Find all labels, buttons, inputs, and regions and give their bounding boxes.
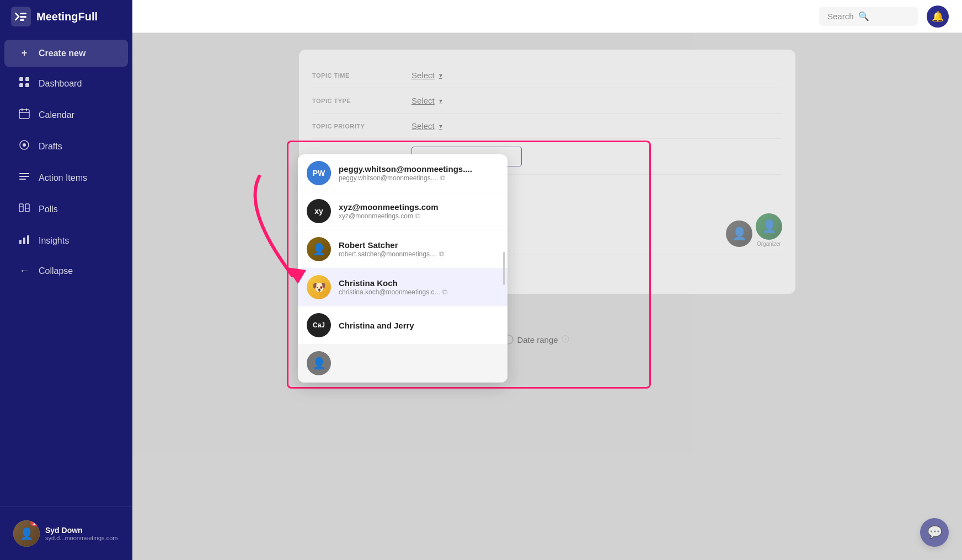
sidebar-nav: + Create new Dashboard xyxy=(0,33,132,507)
app-logo: MeetingFull xyxy=(0,0,132,33)
user-info: Syd Down syd.d...moonmeetings.com xyxy=(45,526,117,541)
avatar-more: 👤 xyxy=(307,351,331,375)
avatar-peggy: PW xyxy=(307,161,331,185)
sidebar-item-action-items[interactable]: Action Items xyxy=(4,163,128,192)
sidebar-item-label: Insights xyxy=(39,236,69,246)
dropdown-item-xyz[interactable]: xy xyz@moonmeetings.com xyz@moonmeetings… xyxy=(298,192,507,230)
plus-icon: + xyxy=(18,47,31,59)
svg-rect-21 xyxy=(19,240,22,244)
sidebar-item-calendar[interactable]: Calendar xyxy=(4,100,128,130)
svg-rect-22 xyxy=(23,238,25,244)
sidebar: MeetingFull + Create new Dashboard xyxy=(0,0,132,560)
attendee-avatars: 👤 👤 Organizer xyxy=(726,213,782,247)
sidebar-item-dashboard[interactable]: Dashboard xyxy=(4,69,128,98)
user-profile[interactable]: 👤 19 Syd Down syd.d...moonmeetings.com xyxy=(9,516,124,551)
svg-rect-23 xyxy=(27,235,29,244)
dropdown-item-christina-j[interactable]: CaJ Christina and Jerry xyxy=(298,306,507,344)
item-email-christina-k: christina.koch@moonmeetings.c... ⧉ xyxy=(339,288,499,297)
item-name-robert: Robert Satcher xyxy=(339,240,499,250)
topic-priority-label: TOPIC PRIORITY xyxy=(312,123,411,130)
copy-icon[interactable]: ⧉ xyxy=(440,174,445,182)
sidebar-item-insights[interactable]: Insights xyxy=(4,226,128,255)
item-info-robert: Robert Satcher robert.satcher@moonmeetin… xyxy=(339,240,499,259)
calendar-icon xyxy=(18,108,31,122)
item-info-peggy: peggy.whitson@moonmeetings.... peggy.whi… xyxy=(339,164,499,182)
svg-rect-7 xyxy=(25,83,29,87)
sidebar-item-drafts[interactable]: Drafts xyxy=(4,132,128,161)
sidebar-item-polls[interactable]: Polls xyxy=(4,195,128,224)
help-icon: ⓘ xyxy=(562,335,569,344)
dashboard-icon xyxy=(18,77,31,90)
dropdown-item-peggy[interactable]: PW peggy.whitson@moonmeetings.... peggy.… xyxy=(298,154,507,192)
sidebar-item-label: Polls xyxy=(39,204,58,214)
attendee-1: 👤 xyxy=(726,220,752,247)
drafts-icon xyxy=(18,139,31,153)
item-email-peggy: peggy.whitson@moonmeetings.... ⧉ xyxy=(339,174,499,182)
chat-button[interactable]: 💬 xyxy=(920,518,949,547)
item-name-christina-j: Christina and Jerry xyxy=(339,321,499,330)
topic-type-value: Select xyxy=(411,96,435,105)
svg-rect-6 xyxy=(19,83,23,87)
main-content: Search 🔍 🔔 TOPIC TIME Select ▾ xyxy=(132,0,962,560)
chat-icon: 💬 xyxy=(927,525,942,540)
organizer-label: Organizer xyxy=(757,241,781,247)
app-name: MeetingFull xyxy=(36,10,98,23)
avatar-xyz: xy xyxy=(307,199,331,223)
collapse-icon: ← xyxy=(18,265,31,277)
sidebar-item-label: Calendar xyxy=(39,110,74,120)
svg-rect-5 xyxy=(25,77,29,81)
search-label: Search xyxy=(827,12,854,21)
dropdown-item-robert[interactable]: 👤 Robert Satcher robert.satcher@moonmeet… xyxy=(298,230,507,268)
svg-text:PW: PW xyxy=(313,169,325,177)
topic-type-select[interactable]: Select ▾ xyxy=(411,96,442,105)
sidebar-item-label: Create new xyxy=(39,49,85,58)
sidebar-item-collapse[interactable]: ← Collapse xyxy=(4,257,128,284)
item-name-christina-k: Christina Koch xyxy=(339,278,499,288)
svg-rect-4 xyxy=(19,77,23,81)
dropdown-item-christina-k[interactable]: 🐶 Christina Koch christina.koch@moonmeet… xyxy=(298,268,507,306)
search-icon: 🔍 xyxy=(858,11,869,21)
avatar-christina-k: 🐶 xyxy=(307,275,331,299)
date-range-option[interactable]: Date range ⓘ xyxy=(504,335,569,344)
chevron-down-icon: ▾ xyxy=(439,97,442,105)
copy-icon[interactable]: ⧉ xyxy=(415,212,420,220)
topic-time-select[interactable]: Select ▾ xyxy=(411,71,442,80)
sidebar-item-label: Action Items xyxy=(39,173,87,183)
dropdown-item-more[interactable]: 👤 xyxy=(298,344,507,383)
topic-time-row: TOPIC TIME Select ▾ xyxy=(312,63,782,88)
svg-rect-1 xyxy=(20,13,26,14)
topic-priority-control: Select ▾ xyxy=(411,121,782,131)
copy-icon[interactable]: ⧉ xyxy=(439,250,444,259)
polls-icon xyxy=(18,202,31,216)
svg-point-13 xyxy=(23,143,26,147)
svg-rect-3 xyxy=(20,19,24,21)
search-box[interactable]: Search 🔍 xyxy=(819,7,918,26)
bell-icon: 🔔 xyxy=(932,10,944,23)
sidebar-item-create-new[interactable]: + Create new xyxy=(4,40,128,67)
topic-type-control: Select ▾ xyxy=(411,96,782,105)
item-info-xyz: xyz@moonmeetings.com xyz@moonmeetings.co… xyxy=(339,202,499,220)
logo-icon xyxy=(11,7,31,26)
svg-rect-2 xyxy=(20,16,26,18)
avatar-christina-j: CaJ xyxy=(307,313,331,337)
svg-rect-8 xyxy=(19,110,29,119)
topic-time-control: Select ▾ xyxy=(411,71,782,80)
sidebar-item-label: Collapse xyxy=(39,266,73,276)
notification-button[interactable]: 🔔 xyxy=(927,6,949,28)
chevron-down-icon: ▾ xyxy=(439,72,442,79)
item-name-xyz: xyz@moonmeetings.com xyxy=(339,202,499,212)
item-email-xyz: xyz@moonmeetings.com ⧉ xyxy=(339,212,499,220)
item-info-christina-j: Christina and Jerry xyxy=(339,321,499,330)
sidebar-item-label: Drafts xyxy=(39,142,62,152)
item-name-peggy: peggy.whitson@moonmeetings.... xyxy=(339,164,499,174)
copy-icon[interactable]: ⧉ xyxy=(442,288,447,297)
topic-time-label: TOPIC TIME xyxy=(312,72,411,79)
item-email-robert: robert.satcher@moonmeetings.... ⧉ xyxy=(339,250,499,259)
scroll-indicator xyxy=(503,252,505,285)
attendee-dropdown: PW peggy.whitson@moonmeetings.... peggy.… xyxy=(298,154,507,383)
insights-icon xyxy=(18,234,31,247)
topic-time-value: Select xyxy=(411,71,435,80)
topic-priority-select[interactable]: Select ▾ xyxy=(411,121,442,131)
user-section: 👤 19 Syd Down syd.d...moonmeetings.com xyxy=(0,507,132,560)
content-area: TOPIC TIME Select ▾ TOPIC TYPE Select ▾ xyxy=(132,33,962,560)
